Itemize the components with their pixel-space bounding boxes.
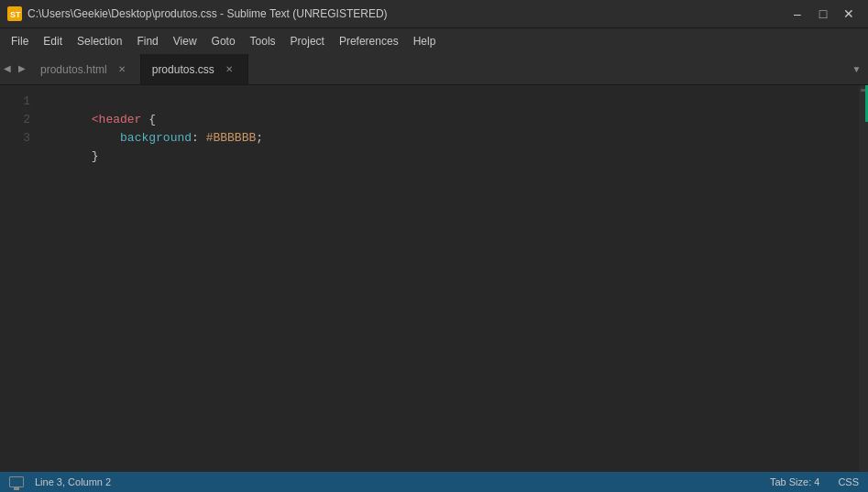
maximize-button[interactable]: □ [811, 5, 835, 23]
menu-help[interactable]: Help [406, 28, 444, 53]
line-number-3: 3 [23, 129, 30, 148]
title-bar: ST C:\Users\Geekie\Desktop\produtos.css … [0, 0, 868, 27]
menu-preferences[interactable]: Preferences [332, 28, 406, 53]
status-bar: Line 3, Column 2 Tab Size: 4 CSS [0, 472, 868, 492]
code-line-1: <header { [49, 93, 859, 111]
tab-bar: ◀ ▶ produtos.html ✕ produtos.css ✕ ▼ [0, 53, 868, 85]
line-numbers: 1 2 3 [0, 85, 41, 472]
tab-dropdown-button[interactable]: ▼ [845, 53, 868, 85]
tab-close-css[interactable]: ✕ [222, 62, 236, 77]
code-line-2: background: #BBBBBB; [49, 111, 859, 129]
menu-tools[interactable]: Tools [243, 28, 283, 53]
tab-nav-left-button[interactable]: ◀ [0, 52, 15, 84]
status-left: Line 3, Column 2 [9, 476, 111, 487]
tab-label-css: produtos.css [152, 63, 214, 76]
status-syntax[interactable]: CSS [838, 476, 859, 487]
right-scrollbar[interactable] [859, 85, 868, 472]
menu-edit[interactable]: Edit [36, 28, 70, 53]
menu-view[interactable]: View [166, 28, 204, 53]
menu-bar: File Edit Selection Find View Goto Tools… [0, 27, 868, 53]
svg-text:ST: ST [10, 10, 21, 19]
status-position[interactable]: Line 3, Column 2 [35, 476, 111, 487]
screen-icon [9, 476, 24, 487]
menu-find[interactable]: Find [129, 28, 165, 53]
line-number-2: 2 [23, 111, 30, 129]
status-tab-size[interactable]: Tab Size: 4 [770, 476, 819, 487]
title-text: C:\Users\Geekie\Desktop\produtos.css - S… [27, 7, 388, 20]
line-number-1: 1 [23, 93, 30, 111]
menu-file[interactable]: File [4, 28, 36, 53]
tab-produtos-css[interactable]: produtos.css ✕ [141, 54, 248, 84]
menu-goto[interactable]: Goto [204, 28, 243, 53]
tab-produtos-html[interactable]: produtos.html ✕ [29, 54, 141, 84]
code-area[interactable]: <header { background: #BBBBBB; } [41, 85, 859, 472]
status-right: Tab Size: 4 CSS [770, 476, 859, 487]
tab-nav-right-button[interactable]: ▶ [15, 52, 29, 84]
menu-project[interactable]: Project [283, 28, 332, 53]
minimize-button[interactable]: – [786, 5, 809, 23]
menu-selection[interactable]: Selection [70, 28, 129, 53]
tab-label-html: produtos.html [40, 63, 107, 76]
app-icon: ST [7, 6, 22, 21]
editor-area: 1 2 3 <header { background: #BBBBBB; } [0, 85, 868, 472]
close-button[interactable]: ✕ [837, 5, 861, 23]
tab-close-html[interactable]: ✕ [115, 62, 129, 77]
title-bar-controls: – □ ✕ [786, 5, 861, 23]
title-bar-left: ST C:\Users\Geekie\Desktop\produtos.css … [7, 6, 388, 21]
